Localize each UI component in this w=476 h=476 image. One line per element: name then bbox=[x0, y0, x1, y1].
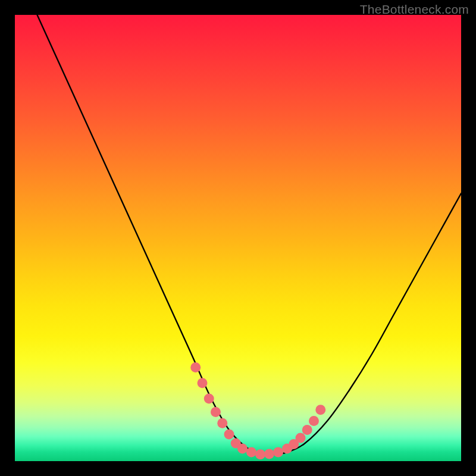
plot-area bbox=[15, 15, 461, 461]
highlight-dot bbox=[246, 447, 256, 458]
bottleneck-curve-svg bbox=[15, 15, 461, 461]
watermark-label: TheBottleneck.com bbox=[360, 2, 469, 17]
highlight-dot bbox=[198, 378, 208, 388]
highlight-dot bbox=[315, 405, 325, 415]
highlight-dot bbox=[255, 449, 265, 459]
highlight-dot bbox=[204, 394, 214, 404]
highlight-dot bbox=[190, 362, 201, 372]
highlight-dot bbox=[224, 430, 234, 440]
highlight-dot bbox=[302, 425, 312, 435]
highlight-dot bbox=[296, 433, 306, 443]
highlight-dot bbox=[237, 444, 248, 454]
highlight-dot bbox=[211, 407, 221, 417]
highlight-dot bbox=[217, 418, 227, 428]
chart-frame: TheBottleneck.com bbox=[0, 0, 476, 476]
highlight-dots bbox=[190, 362, 325, 459]
highlight-dot bbox=[264, 449, 274, 459]
highlight-dot bbox=[273, 447, 283, 458]
bottleneck-curve bbox=[37, 15, 462, 455]
highlight-dot bbox=[309, 416, 319, 426]
